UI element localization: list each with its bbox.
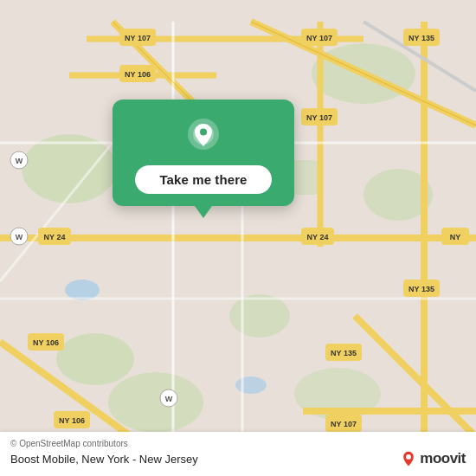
svg-text:NY 24: NY 24	[44, 233, 66, 241]
svg-text:W: W	[16, 233, 23, 241]
popup-card: Take me there	[113, 100, 294, 206]
svg-text:NY 135: NY 135	[331, 349, 357, 357]
bottom-bar: © OpenStreetMap contributors Boost Mobil…	[0, 432, 476, 476]
svg-text:NY 106: NY 106	[33, 338, 59, 347]
svg-point-3	[229, 294, 290, 338]
svg-point-63	[406, 454, 411, 460]
svg-point-9	[235, 376, 267, 394]
moovit-wordmark: moovit	[420, 450, 466, 467]
svg-point-0	[22, 134, 117, 203]
svg-text:W: W	[16, 157, 23, 165]
svg-text:NY 24: NY 24	[307, 233, 329, 241]
svg-point-5	[108, 372, 203, 433]
svg-text:NY 106: NY 106	[125, 70, 151, 79]
location-pin-icon	[184, 115, 222, 153]
svg-text:NY 107: NY 107	[125, 34, 151, 42]
svg-text:NY 107: NY 107	[331, 420, 357, 428]
location-label: Boost Mobile, New York - New Jersey	[10, 453, 198, 466]
svg-text:NY 107: NY 107	[306, 34, 332, 42]
moovit-pin-icon	[400, 450, 417, 467]
map-background: NY 107 NY 107 NY 135 NY 106 NY 107 W W W…	[0, 0, 476, 476]
svg-text:NY: NY	[450, 233, 461, 241]
svg-text:NY 135: NY 135	[408, 34, 434, 42]
svg-text:NY 107: NY 107	[306, 113, 332, 122]
svg-text:NY 106: NY 106	[59, 416, 85, 425]
take-me-there-button[interactable]: Take me there	[135, 165, 271, 194]
location-row: Boost Mobile, New York - New Jersey moov…	[10, 450, 466, 467]
svg-point-2	[56, 333, 134, 385]
map-attribution: © OpenStreetMap contributors	[10, 439, 466, 448]
svg-point-8	[65, 280, 100, 300]
popup-pointer	[195, 206, 212, 218]
svg-text:W: W	[165, 395, 173, 403]
svg-line-15	[355, 316, 476, 437]
svg-point-62	[200, 129, 207, 136]
map-container: NY 107 NY 107 NY 135 NY 106 NY 107 W W W…	[0, 0, 476, 476]
svg-text:NY 135: NY 135	[408, 285, 434, 293]
moovit-logo: moovit	[400, 450, 466, 467]
